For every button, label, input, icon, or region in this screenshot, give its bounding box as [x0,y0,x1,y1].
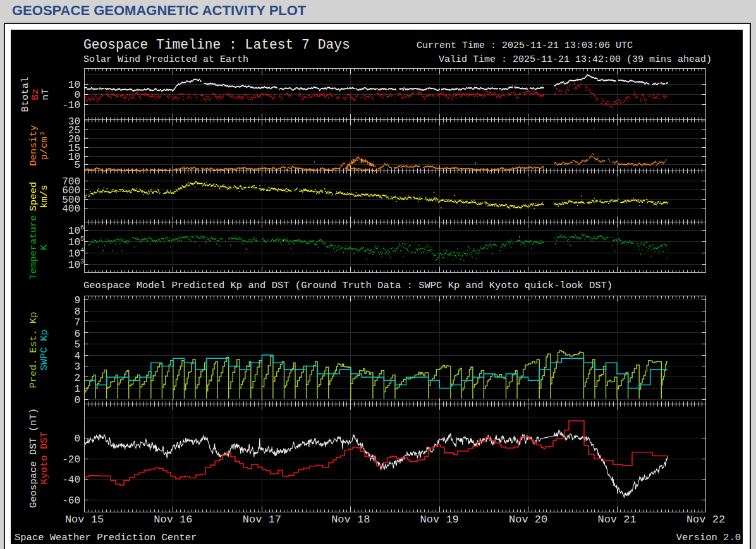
svg-text:Current Time : 2025-11-21 13:0: Current Time : 2025-11-21 13:03:06 UTC [417,40,633,51]
svg-text:5: 5 [74,339,80,351]
svg-text:400: 400 [62,203,80,215]
svg-text:Kyoto DST: Kyoto DST [39,431,50,485]
svg-text:Nov 17: Nov 17 [243,514,281,526]
svg-text:p/cm³: p/cm³ [39,131,50,160]
svg-text:SWPC Kp: SWPC Kp [39,329,50,370]
svg-text:Nov 18: Nov 18 [331,514,370,526]
svg-text:Nov 20: Nov 20 [509,514,547,526]
svg-text:Nov 21: Nov 21 [597,514,636,526]
svg-text:-20: -20 [62,454,80,466]
svg-text:Nov 22: Nov 22 [686,514,725,526]
svg-text:K: K [39,244,50,250]
svg-text:Pred. Est. Kp: Pred. Est. Kp [28,312,39,389]
svg-text:9: 9 [74,295,80,306]
svg-text:Solar Wind Predicted at Earth: Solar Wind Predicted at Earth [83,54,248,65]
svg-text:Nov 15: Nov 15 [65,514,104,526]
svg-text:Speed: Speed [28,182,39,212]
svg-text:Geospace DST (nT): Geospace DST (nT) [28,408,39,508]
svg-text:0: 0 [74,395,80,406]
svg-text:Valid Time : 2025-11-21 13:42:: Valid Time : 2025-11-21 13:42:00 (39 min… [439,54,712,65]
svg-text:Temperature: Temperature [28,215,39,279]
svg-text:0: 0 [74,433,80,445]
svg-text:-60: -60 [62,495,80,507]
svg-text:Space Weather Prediction Cente: Space Weather Prediction Center [15,532,197,543]
svg-text:Geospace Timeline : Latest 7 D: Geospace Timeline : Latest 7 Days [83,37,350,52]
svg-text:2: 2 [74,373,80,384]
svg-text:Nov 19: Nov 19 [420,514,459,526]
svg-text:-40: -40 [62,474,80,486]
svg-text:Geospace Model Predicted Kp an: Geospace Model Predicted Kp and DST (Gro… [83,280,613,291]
svg-text:5: 5 [74,160,80,171]
svg-text:1: 1 [74,383,80,395]
svg-text:Nov 16: Nov 16 [154,514,192,526]
svg-text:Version 2.0: Version 2.0 [676,532,741,543]
svg-text:4: 4 [74,351,80,362]
svg-text:8: 8 [74,306,80,318]
svg-text:km/s: km/s [39,184,50,208]
svg-text:Density: Density [28,125,39,166]
svg-text:nT: nT [40,88,51,100]
svg-text:7: 7 [74,317,80,329]
svg-text:3: 3 [74,361,80,373]
svg-text:-10: -10 [62,100,80,111]
svg-text:6: 6 [74,329,80,340]
